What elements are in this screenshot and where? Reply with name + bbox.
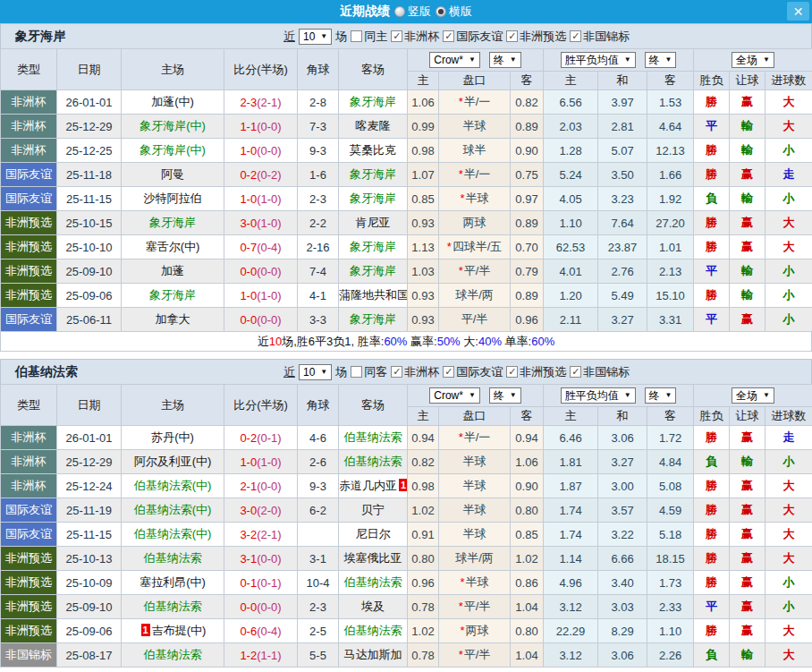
recent-link[interactable]: 近 [283,29,295,45]
match-row: 国际友谊25-11-15沙特阿拉伯1-0(1-0)2-3象牙海岸0.85*半球0… [1,187,812,211]
wdl-stage-select[interactable]: 终▼ [645,52,677,68]
home-team-name: 伯基纳法索(中) [134,479,212,492]
match-type-badge: 非洲预选 [1,284,57,308]
league-filter[interactable]: ✓国际友谊 [443,29,503,45]
matches-table: 类型日期主场比分(半场)角球客场Crow*▼终▼胜平负均值▼终▼全场▼主盘口客主… [0,384,812,668]
cell-draw-odds: 5.49 [598,284,647,308]
odds-stage-select-value: 终 [494,388,504,404]
away-team-cell: 喀麦隆 [339,115,408,139]
cell-asian-home-odds: 0.94 [408,426,439,450]
halftime-score: (1-0) [257,289,281,302]
league-filter[interactable]: ✓国际友谊 [443,364,503,380]
scope-select[interactable]: 全场▼ [732,387,774,404]
league-checkbox[interactable]: ✓ [391,30,402,42]
fulltime-score: 1-0 [240,455,257,469]
cell-asian-away-odds: 0.82 [511,90,544,115]
wdl-stage-select[interactable]: 终▼ [645,387,677,404]
league-checkbox[interactable]: ✓ [570,30,581,42]
home-team-cell: 象牙海岸(中) [122,115,224,139]
team-section: 象牙海岸近10▼场同主✓非洲杯✓国际友谊✓非洲预选✓非国锦标类型日期主场比分(半… [0,23,812,352]
same-venue-checkbox[interactable] [351,30,362,42]
cell-draw-odds: 3.40 [598,571,647,595]
odds-stage-select[interactable]: 终▼ [489,387,521,404]
cell-home-win-odds: 3.12 [544,643,598,668]
match-date: 25-10-10 [57,235,122,259]
handicap-star: * [460,575,464,589]
col-type: 类型 [1,385,57,426]
team-name: 伯基纳法索 [15,364,78,380]
away-team-name: 赤道几内亚 [339,479,397,492]
bookmaker-select[interactable]: Crow*▼ [429,52,480,68]
league-checkbox[interactable]: ✓ [570,366,581,378]
cell-handicap-result: 輸 [730,450,765,474]
home-team-name: 苏丹(中) [151,430,194,444]
match-type-badge: 非洲预选 [1,595,57,619]
cell-asian-home-odds: 0.91 [408,523,439,547]
league-checkbox[interactable]: ✓ [506,366,518,378]
wdl-average-select[interactable]: 胜平负均值▼ [561,52,636,68]
radio-vertical-layout[interactable]: 竖版 [394,4,431,20]
cell-draw-odds: 2.76 [598,259,647,284]
subcol-odds-draw: 和 [598,72,647,90]
league-filter[interactable]: ✓非洲预选 [506,29,566,45]
cell-goals-result: 小 [765,571,812,595]
league-filter[interactable]: ✓非国锦标 [570,29,630,45]
same-venue-checkbox[interactable] [351,366,362,378]
away-team-cell: 马达加斯加 [339,643,408,668]
col-corner: 角球 [298,385,339,426]
cell-asian-handicap: 两球 [439,211,511,235]
cell-draw-odds: 3.06 [598,643,647,668]
handicap-star: * [460,624,464,637]
home-team-name: 象牙海岸 [149,288,196,302]
cell-asian-home-odds: 0.93 [408,211,439,235]
cell-draw-odds: 7.64 [598,211,647,235]
bookmaker-select[interactable]: Crow*▼ [429,387,480,404]
cell-home-win-odds: 62.53 [544,235,598,259]
league-filter[interactable]: ✓非国锦标 [570,364,630,380]
match-count-select[interactable]: 10▼ [299,364,332,380]
cell-asian-handicap: *两球 [439,619,511,643]
corner-count: 9-3 [298,474,339,498]
matches-table: 类型日期主场比分(半场)角球客场Crow*▼终▼胜平负均值▼终▼全场▼主盘口客主… [0,48,812,332]
radio-horizontal-layout[interactable]: 横版 [436,4,472,20]
scope-select[interactable]: 全场▼ [732,52,774,68]
odds-stage-select[interactable]: 终▼ [489,52,521,68]
sections-container: 象牙海岸近10▼场同主✓非洲杯✓国际友谊✓非洲预选✓非国锦标类型日期主场比分(半… [0,23,812,668]
cell-asian-home-odds: 0.93 [408,284,439,308]
league-checkbox[interactable]: ✓ [506,30,518,42]
cell-home-win-odds: 1.10 [544,211,598,235]
cell-draw-odds: 23.87 [598,235,647,259]
home-team-cell: 伯基纳法索 [122,595,224,619]
cell-goals-result: 小 [765,139,812,163]
recent-link[interactable]: 近 [283,364,295,380]
same-venue-filter[interactable]: 同主 [351,29,387,45]
same-venue-filter[interactable]: 同客 [351,364,387,380]
league-filter[interactable]: ✓非洲杯 [391,364,439,380]
cell-goals-result: 小 [765,284,812,308]
cell-handicap-result: 輸 [730,139,765,163]
match-count-select[interactable]: 10▼ [299,29,332,45]
halftime-score: (0-0) [257,600,281,614]
cell-goals-result: 大 [765,115,812,139]
league-label: 非国锦标 [583,29,630,45]
league-checkbox[interactable]: ✓ [443,366,454,378]
close-icon[interactable]: ✕ [787,2,809,21]
cell-goals-result: 大 [765,498,812,523]
league-filter[interactable]: ✓非洲预选 [506,364,566,380]
cell-match-result: 負 [694,187,730,211]
league-filter[interactable]: ✓非洲杯 [391,29,439,45]
cell-asian-handicap: *半/一 [439,163,511,187]
match-date: 25-11-15 [57,523,122,547]
subcol-result: 胜负 [694,72,730,90]
chevron-down-icon: ▼ [469,392,476,399]
cell-asian-away-odds: 0.89 [511,115,544,139]
league-checkbox[interactable]: ✓ [443,30,454,42]
chevron-down-icon: ▼ [624,56,631,64]
match-date: 25-10-13 [57,547,122,571]
cell-asian-handicap: 半球 [439,115,511,139]
subcol-handicap: 盘口 [439,72,511,90]
wdl-average-select[interactable]: 胜平负均值▼ [561,387,636,404]
cell-match-result: 勝 [694,426,730,450]
away-team-name: 肯尼亚 [356,216,391,229]
league-checkbox[interactable]: ✓ [391,366,402,378]
